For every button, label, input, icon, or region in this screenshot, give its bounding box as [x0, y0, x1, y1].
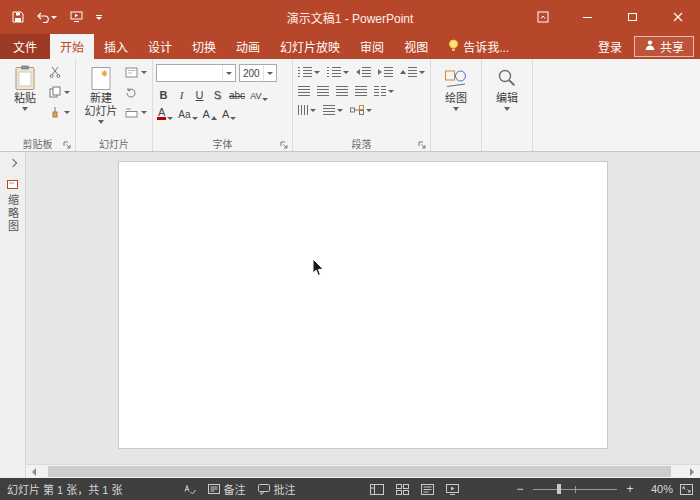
- reset-slide-button[interactable]: [123, 84, 149, 100]
- format-painter-button[interactable]: [47, 104, 72, 120]
- clipboard-dialog-launcher-icon[interactable]: [63, 141, 71, 149]
- decrease-indent-button[interactable]: [354, 64, 373, 80]
- slide-indicator[interactable]: 幻灯片 第 1 张，共 1 张: [7, 481, 123, 497]
- tab-tell-me[interactable]: 告诉我...: [438, 34, 519, 59]
- spell-check-button[interactable]: [184, 481, 196, 497]
- thumbnail-pane-collapsed: 缩略图: [0, 152, 26, 478]
- grow-font-button[interactable]: A: [202, 104, 218, 120]
- text-direction-button[interactable]: [296, 102, 318, 118]
- slide-show-view-button[interactable]: [446, 484, 459, 495]
- zoom-level[interactable]: 40%: [643, 483, 673, 495]
- align-left-button[interactable]: [296, 83, 312, 99]
- tab-design[interactable]: 设计: [138, 34, 182, 59]
- tell-me-label: 告诉我...: [463, 38, 509, 55]
- normal-view-button[interactable]: [370, 484, 384, 495]
- line-spacing-button[interactable]: [398, 64, 427, 80]
- justify-button[interactable]: [353, 83, 369, 99]
- shrink-font-button[interactable]: A: [221, 104, 237, 120]
- font-size-combo[interactable]: 200: [239, 64, 277, 82]
- scroll-left-icon[interactable]: [26, 465, 42, 479]
- copy-button[interactable]: [47, 84, 72, 100]
- slides-group-label: 幻灯片: [79, 136, 149, 151]
- share-label: 共享: [660, 38, 684, 55]
- font-name-dropdown-icon[interactable]: [222, 65, 235, 81]
- increase-indent-button[interactable]: [376, 64, 395, 80]
- new-slide-dropdown-icon[interactable]: [98, 120, 104, 124]
- mouse-cursor: [312, 258, 325, 280]
- horizontal-scrollbar[interactable]: [26, 464, 700, 478]
- scroll-right-icon[interactable]: [684, 465, 700, 479]
- paragraph-dialog-launcher-icon[interactable]: [418, 141, 426, 149]
- editing-dropdown-icon[interactable]: [504, 107, 510, 111]
- save-icon[interactable]: [12, 11, 24, 23]
- section-button[interactable]: [123, 104, 149, 120]
- maximize-button[interactable]: [610, 0, 655, 34]
- align-text-button[interactable]: [321, 102, 345, 118]
- change-case-button[interactable]: Aa: [177, 104, 198, 120]
- zoom-in-button[interactable]: +: [624, 482, 636, 496]
- slide-layout-button[interactable]: [123, 64, 149, 80]
- font-name-combo[interactable]: [156, 64, 236, 82]
- tab-file[interactable]: 文件: [0, 34, 50, 59]
- tab-transitions[interactable]: 切换: [182, 34, 226, 59]
- ribbon-display-options-icon[interactable]: [520, 0, 565, 34]
- columns-button[interactable]: [372, 83, 396, 99]
- expand-thumbnails-icon[interactable]: [8, 159, 16, 167]
- mini-slide-icon: [7, 180, 18, 189]
- font-size-dropdown-icon[interactable]: [263, 65, 276, 81]
- reading-view-button[interactable]: [421, 484, 434, 495]
- zoom-out-button[interactable]: −: [514, 482, 526, 496]
- font-dialog-launcher-icon[interactable]: [280, 141, 288, 149]
- slide-canvas[interactable]: [118, 161, 608, 449]
- lightbulb-icon: [448, 39, 459, 55]
- comments-button[interactable]: 批注: [258, 481, 296, 497]
- editing-canvas: [26, 152, 700, 464]
- undo-icon[interactable]: [37, 12, 57, 23]
- notes-label: 备注: [224, 481, 246, 497]
- convert-smartart-button[interactable]: [348, 102, 374, 118]
- character-spacing-button[interactable]: AV: [249, 85, 269, 101]
- comments-label: 批注: [274, 481, 296, 497]
- start-slideshow-icon[interactable]: [70, 11, 83, 23]
- align-right-button[interactable]: [334, 83, 350, 99]
- undo-dropdown-icon[interactable]: [51, 16, 57, 19]
- drawing-button[interactable]: 绘图: [434, 61, 478, 136]
- minimize-button[interactable]: [565, 0, 610, 34]
- align-center-button[interactable]: [315, 83, 331, 99]
- cut-button[interactable]: [47, 64, 72, 80]
- tab-review[interactable]: 审阅: [350, 34, 394, 59]
- tab-animations[interactable]: 动画: [226, 34, 270, 59]
- zoom-slider-thumb[interactable]: [557, 484, 561, 494]
- paste-clipboard-icon: [14, 64, 36, 92]
- share-button[interactable]: 共享: [634, 36, 694, 57]
- slide-sorter-view-button[interactable]: [396, 484, 409, 495]
- notes-icon: [208, 484, 220, 494]
- editing-button[interactable]: 编辑: [485, 61, 529, 136]
- drawing-dropdown-icon[interactable]: [453, 107, 459, 111]
- scrollbar-thumb[interactable]: [48, 466, 671, 477]
- fit-to-window-button[interactable]: [680, 484, 693, 495]
- italic-button[interactable]: I: [174, 85, 189, 101]
- bold-button[interactable]: B: [156, 85, 171, 101]
- reading-view-icon: [421, 484, 434, 495]
- tab-insert[interactable]: 插入: [94, 34, 138, 59]
- tab-slide-show[interactable]: 幻灯片放映: [270, 34, 350, 59]
- thumbnail-pane-tab[interactable]: 缩略图: [5, 180, 21, 233]
- tab-home[interactable]: 开始: [50, 34, 94, 59]
- paste-dropdown-icon[interactable]: [22, 107, 28, 111]
- close-button[interactable]: [655, 0, 700, 34]
- underline-button[interactable]: U: [192, 85, 207, 101]
- font-color-button[interactable]: A: [156, 104, 174, 120]
- slide-sorter-icon: [396, 484, 409, 495]
- notes-button[interactable]: 备注: [208, 481, 246, 497]
- paste-button[interactable]: 粘贴: [3, 61, 47, 136]
- bullets-button[interactable]: [296, 64, 322, 80]
- new-slide-button[interactable]: 新建 幻灯片: [79, 61, 123, 136]
- customize-qat-icon[interactable]: [96, 15, 102, 20]
- sign-in-button[interactable]: 登录: [588, 34, 632, 59]
- zoom-slider[interactable]: [533, 482, 617, 496]
- tab-view[interactable]: 视图: [394, 34, 438, 59]
- numbering-button[interactable]: [325, 64, 351, 80]
- strikethrough-button[interactable]: abc: [228, 85, 246, 101]
- text-shadow-button[interactable]: S: [210, 85, 225, 101]
